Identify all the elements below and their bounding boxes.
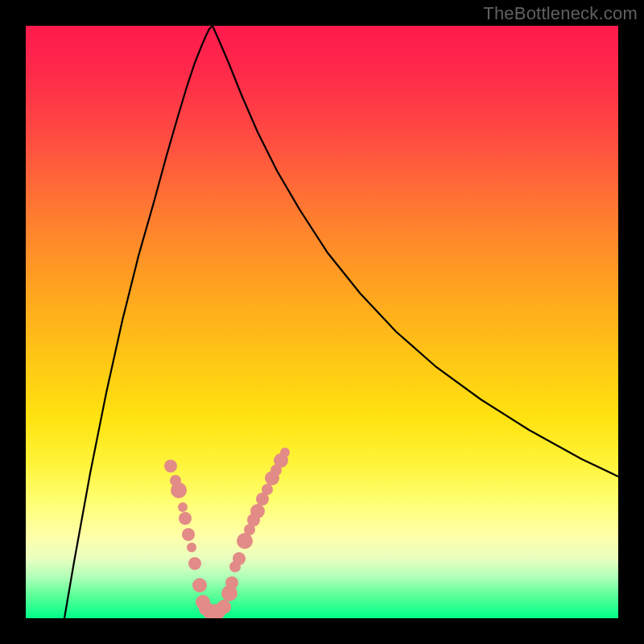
data-dot xyxy=(178,502,188,512)
data-dot xyxy=(237,533,253,549)
data-dots xyxy=(164,448,290,618)
chart-svg xyxy=(26,26,618,618)
data-dot xyxy=(233,552,246,565)
data-dot xyxy=(250,504,265,518)
data-dot xyxy=(280,448,290,457)
data-dot xyxy=(171,482,187,498)
data-dot xyxy=(187,543,196,552)
data-dot xyxy=(225,576,238,589)
watermark-text: TheBottleneck.com xyxy=(483,3,638,24)
data-dot xyxy=(182,528,195,541)
data-dot xyxy=(192,578,207,592)
data-dot xyxy=(262,484,273,495)
data-dot xyxy=(179,512,192,525)
data-dot xyxy=(217,600,231,614)
bottleneck-curve-right xyxy=(213,26,618,477)
data-dot xyxy=(188,557,201,570)
data-dot xyxy=(164,460,177,473)
plot-area xyxy=(26,26,618,618)
